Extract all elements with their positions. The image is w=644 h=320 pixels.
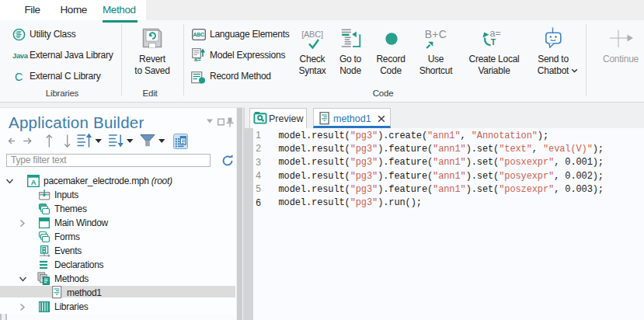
svg-text:a=: a=: [194, 56, 201, 62]
svg-text:A: A: [31, 178, 37, 186]
svg-text:ABC: ABC: [193, 32, 205, 37]
svg-text:T: T: [491, 37, 496, 47]
